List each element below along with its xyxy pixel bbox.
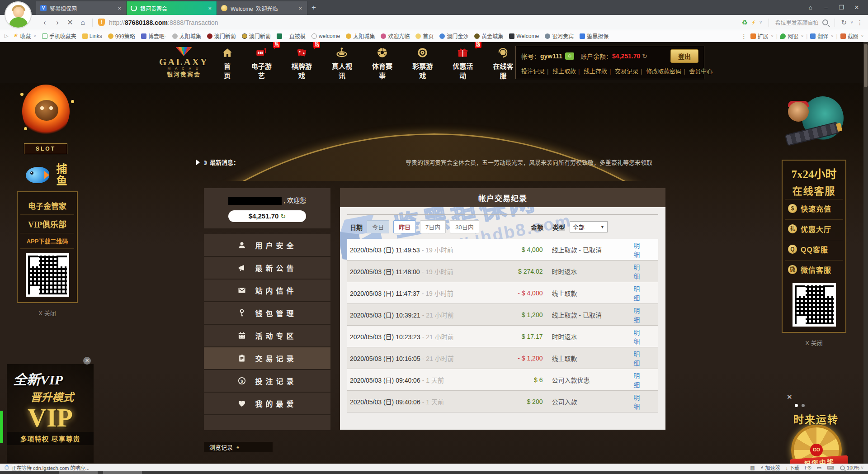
sidebar-item-messages[interactable]: 站内信件 — [204, 280, 330, 302]
translate-button[interactable]: 翻译˅ — [810, 32, 833, 40]
wheel-center-button[interactable]: GO — [810, 444, 823, 456]
ebank-button[interactable]: 网银˅ — [780, 32, 803, 40]
keyboard-icon[interactable]: ⌨ — [827, 465, 834, 471]
transaction-row[interactable]: 2020/05/03 (日) 11:47:37- 19 小时前 - $ 4,00… — [347, 282, 658, 304]
url-field[interactable]: http://87680188.com:8888/Transaction — [109, 19, 218, 26]
detail-link[interactable]: 明细 — [633, 306, 646, 324]
bookmark-item[interactable]: welcome — [311, 33, 340, 39]
transaction-row[interactable]: 2020/05/03 (日) 10:39:21- 21 小时前 $ 1,200 … — [347, 304, 658, 326]
sidebar-item-wallet[interactable]: 钱包管理 — [204, 302, 330, 325]
detail-link[interactable]: 明细 — [633, 371, 646, 389]
transaction-row[interactable]: 2020/05/03 (日) 10:16:05- 21 小时前 - $ 1,20… — [347, 347, 658, 369]
detail-link[interactable]: 明细 — [633, 262, 646, 280]
dot-active[interactable] — [795, 404, 798, 407]
filter-7days-button[interactable]: 7日内 — [420, 220, 446, 233]
bookmark-item[interactable]: 一直被模 — [277, 32, 306, 40]
screenshot-button[interactable]: 截图˅ — [840, 32, 863, 40]
forward-button[interactable]: › — [52, 17, 63, 28]
bookmark-item[interactable]: 首页 — [415, 32, 434, 40]
feedback-icon[interactable]: F® — [805, 465, 811, 470]
link-change-password[interactable]: 修改取款密码 — [646, 68, 681, 75]
bookmark-item[interactable]: 太阳城集 — [346, 32, 375, 40]
bookmark-item[interactable]: Links — [82, 33, 102, 39]
maximize-button[interactable]: ❐ — [834, 0, 849, 15]
chevron-down-icon[interactable]: ˅ — [850, 20, 853, 25]
search-suggestion[interactable]: 希拉里发素颜自拍 — [775, 19, 819, 26]
link-withdraw[interactable]: 线上取款 — [552, 68, 576, 75]
transaction-row[interactable]: 2020/05/03 (日) 10:23:23- 21 小时前 $ 17.17 … — [347, 326, 658, 347]
scrollbar-thumb[interactable] — [864, 44, 868, 87]
promo-app-qr-label[interactable]: APP下载二维码 — [20, 233, 74, 249]
nav-live-casino[interactable]: 真人视讯 — [330, 45, 354, 80]
detail-link[interactable]: 明细 — [633, 284, 646, 302]
stop-button[interactable]: ✕ — [64, 17, 76, 28]
chat-bubble-icon[interactable] — [565, 52, 574, 60]
browser-profile-avatar[interactable] — [5, 1, 32, 28]
new-tab-button[interactable]: + — [307, 1, 320, 15]
app-download-qr-code[interactable] — [26, 253, 69, 297]
theme-button[interactable]: ⌂ — [803, 0, 818, 15]
sidebar-item-bet-records[interactable]: $ 投注记录 — [204, 370, 330, 393]
green-scroll-indicator[interactable] — [0, 411, 3, 443]
bookmark-item[interactable]: 鉴黑担保 — [580, 32, 609, 40]
refresh-balance-icon[interactable]: ↻ — [642, 52, 647, 60]
link-transactions[interactable]: 交易记录 — [615, 68, 638, 75]
detail-link[interactable]: 明细 — [633, 327, 646, 346]
bookmark-item[interactable]: 澳门金沙 — [439, 32, 468, 40]
right-promo-close-button[interactable]: X 关闭 — [782, 338, 846, 347]
more-icon[interactable]: ⋮ — [741, 33, 748, 40]
slot-mascot-image[interactable]: SLOT — [17, 84, 78, 157]
monitor-icon[interactable]: ▭ — [817, 465, 821, 471]
wechat-qr-code[interactable] — [793, 283, 836, 327]
bookmark-item[interactable]: 博壹吧- — [141, 32, 166, 40]
galaxy-logo[interactable]: GALAXY M A C A U 银河贵宾会 — [159, 47, 208, 78]
promo-offers-hall[interactable]: 礼 优惠大厅 — [785, 219, 843, 238]
promo-e-wallet[interactable]: 电子金管家 — [20, 197, 74, 215]
filter-today-button[interactable]: 今日 — [367, 220, 389, 233]
transaction-row[interactable]: 2020/05/03 (日) 09:40:06- 1 天前 $ 6 公司入款优惠… — [347, 369, 658, 391]
accelerator-button[interactable]: ⚡加速器 — [760, 464, 780, 471]
vip-promo-close-icon[interactable]: ✕ — [83, 357, 91, 365]
nav-slots[interactable]: 热 电子游艺 — [249, 45, 274, 80]
insecure-shield-icon[interactable] — [98, 19, 105, 26]
bookmark-item[interactable]: 澳门新葡 — [242, 32, 271, 40]
bookmark-item[interactable]: Welcome — [509, 33, 539, 39]
bookmark-favorites[interactable]: 收藏 ˅ — [13, 32, 36, 40]
bookmark-item[interactable]: 手机收藏夹 — [42, 32, 76, 40]
taskbar-window-preview[interactable] — [103, 471, 142, 474]
chevron-down-icon[interactable]: ˅ — [760, 20, 762, 25]
vip-promo-banner[interactable]: ✕ 全新VIP 晋升模式 VIP 多项特权 尽享尊贵 — [7, 364, 94, 463]
sidebar-item-activities[interactable]: 活动专区 — [204, 325, 330, 347]
panel-icon[interactable]: ▦ — [750, 465, 755, 471]
browse-history-tab[interactable]: 浏览记录 ♠ — [204, 442, 273, 452]
bookmarks-overflow-icon[interactable]: ▷ — [5, 33, 8, 39]
nav-sports[interactable]: 体育赛事 — [370, 45, 394, 80]
sidebar-item-favorites[interactable]: 我的最爱 — [204, 393, 330, 415]
link-deposit[interactable]: 线上存款 — [584, 68, 607, 75]
filter-30days-button[interactable]: 30日内 — [450, 220, 479, 233]
lucky-wheel-promo[interactable]: ✕ 时来运转 GO 祝您中奖 — [776, 390, 856, 464]
balance-pill[interactable]: $4,251.70 ↻ — [228, 210, 306, 222]
close-button[interactable]: ✕ — [849, 0, 864, 15]
minimize-button[interactable]: – — [818, 0, 834, 15]
detail-link[interactable]: 明细 — [633, 241, 646, 259]
refresh-icon[interactable]: ↻ — [841, 19, 847, 27]
tab-close-icon[interactable]: × — [117, 5, 122, 12]
bookmark-item[interactable]: 999策略 — [108, 32, 135, 40]
sidebar-item-announcements[interactable]: 最新公告 — [204, 257, 330, 280]
home-button[interactable]: ⌂ — [77, 17, 89, 28]
extensions-button[interactable]: 扩展˅ — [750, 32, 774, 40]
transaction-row[interactable]: 2020/05/03 (日) 11:49:53- 19 小时前 $ 4,000 … — [347, 239, 658, 261]
carousel-dots[interactable] — [795, 404, 805, 407]
nav-cards[interactable]: 热 棋牌游戏 — [289, 45, 314, 80]
gunner-mascot-image[interactable] — [782, 93, 846, 160]
logout-button[interactable]: 登出 — [670, 49, 698, 63]
filter-yesterday-button-selected[interactable]: 昨日 — [393, 220, 416, 233]
bookmark-item[interactable]: 银河贵宾 — [545, 32, 574, 40]
back-button[interactable]: ‹ — [39, 17, 51, 28]
speed-mode-icon[interactable]: ⚡ — [751, 19, 756, 26]
sidebar-item-transactions-active[interactable]: 交易记录 — [204, 347, 330, 370]
tab-close-icon[interactable]: × — [207, 5, 212, 12]
reader-mode-icon[interactable]: ♻ — [741, 19, 747, 27]
detail-link[interactable]: 明细 — [633, 349, 646, 367]
